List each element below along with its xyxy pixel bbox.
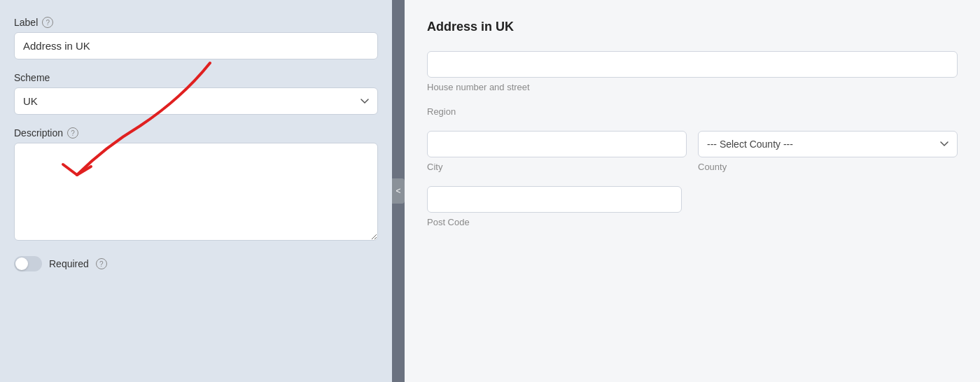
required-row: Required ?: [14, 256, 378, 271]
scheme-select[interactable]: UK US EU: [14, 87, 378, 115]
scheme-field-group: Scheme UK US EU: [14, 72, 378, 115]
label-field-group: Label ?: [14, 17, 378, 59]
panel-divider[interactable]: <: [392, 0, 405, 382]
description-textarea[interactable]: [14, 143, 378, 241]
required-toggle[interactable]: [14, 256, 42, 271]
required-help-icon[interactable]: ?: [96, 258, 107, 269]
house-number-label: House number and street: [427, 82, 958, 92]
label-text: Label: [14, 17, 38, 28]
collapse-icon: <: [396, 186, 400, 196]
county-label: County: [698, 162, 958, 172]
scheme-text: Scheme: [14, 72, 50, 83]
county-field: --- Select County --- County: [698, 131, 958, 172]
house-number-input[interactable]: [427, 51, 958, 78]
left-panel: Label ? Scheme UK US EU Description ? Re…: [0, 0, 392, 382]
house-number-row: House number and street: [427, 51, 958, 92]
postcode-label: Post Code: [427, 217, 958, 227]
city-input[interactable]: [427, 131, 687, 157]
postcode-row: Post Code: [427, 186, 958, 227]
preview-title: Address in UK: [427, 20, 958, 34]
region-section-label: Region: [427, 106, 958, 117]
city-label: City: [427, 162, 687, 172]
label-field-label: Label ?: [14, 17, 378, 28]
preview-form: House number and street Region City --- …: [427, 51, 958, 227]
required-label: Required: [49, 258, 89, 269]
postcode-input[interactable]: [427, 186, 682, 213]
region-section: Region: [427, 106, 958, 117]
city-field: City: [427, 131, 687, 172]
description-help-icon[interactable]: ?: [67, 127, 78, 139]
county-select[interactable]: --- Select County ---: [698, 131, 958, 157]
label-help-icon[interactable]: ?: [42, 17, 53, 28]
description-text: Description: [14, 127, 63, 139]
city-county-row: City --- Select County --- County: [427, 131, 958, 172]
right-panel: Address in UK House number and street Re…: [405, 0, 980, 382]
description-field-group: Description ?: [14, 127, 378, 243]
scheme-field-label: Scheme: [14, 72, 378, 83]
collapse-handle[interactable]: <: [392, 178, 405, 204]
label-input[interactable]: [14, 32, 378, 59]
description-field-label: Description ?: [14, 127, 378, 139]
